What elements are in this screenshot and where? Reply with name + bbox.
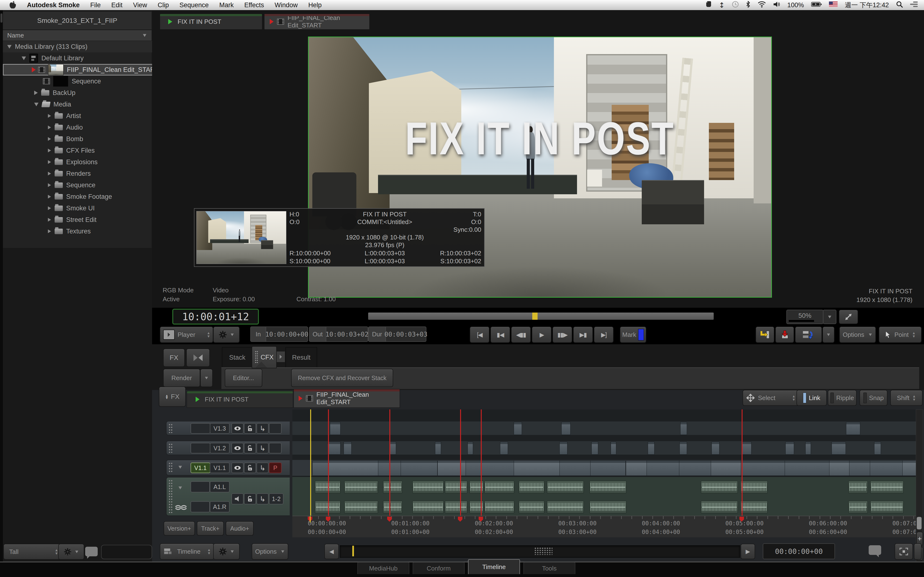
chevron-right-icon[interactable] [34,91,38,95]
zoom-dropdown-arrow[interactable] [823,309,837,324]
pointer-mode-dropdown[interactable]: Point ▲▼ [879,327,922,343]
menu-effects[interactable]: Effects [244,2,264,9]
audio-clip[interactable] [412,481,443,493]
video-clip[interactable] [401,460,438,476]
chevron-right-icon[interactable] [48,126,51,129]
video-clip[interactable] [805,442,811,455]
chevron-right-icon[interactable] [48,218,51,221]
video-clip[interactable] [846,422,860,435]
video-clip[interactable] [648,442,654,455]
wifi-icon[interactable] [758,1,766,9]
video-clip[interactable] [312,460,329,476]
link-toggle[interactable]: Link [796,390,827,406]
channel-label[interactable]: Video [213,287,229,294]
visibility-eye-icon[interactable] [231,463,244,473]
video-clip[interactable] [832,442,846,455]
sidebar-item-default-library[interactable]: Default Library [3,52,170,64]
stepper-arrows-icon[interactable]: ▲▼ [913,395,916,401]
track-name[interactable]: V1.2 [210,443,229,453]
mark-color-swatch[interactable] [638,329,644,340]
marker-flag-icon[interactable] [458,517,462,522]
track-grip[interactable] [168,423,173,433]
video-clip[interactable] [646,460,680,476]
audio-clip[interactable] [485,481,514,493]
video-clip[interactable] [514,460,560,476]
scrollbar-position-marker[interactable] [532,313,538,320]
player-options-dropdown[interactable]: Options [839,327,876,343]
routing-arrow-icon[interactable]: ↳ [257,463,268,473]
volume-icon[interactable] [773,1,780,9]
video-clip[interactable] [435,442,441,455]
audio-clip[interactable] [547,481,584,493]
transport-previous-edit-button[interactable]: ▮◀ [490,327,510,343]
tab-conform[interactable]: Conform [413,562,465,574]
chevron-right-icon[interactable] [48,206,51,210]
video-clip[interactable] [870,460,903,476]
input-language-flag-icon[interactable] [829,2,838,9]
routing-arrow-icon[interactable]: ↳ [257,493,268,504]
track-grip[interactable] [168,462,173,473]
viewer-tab-fix-it-in-post[interactable]: FIX IT IN POST [160,14,262,29]
sort-column-header[interactable]: Name [3,30,152,41]
audio-clip[interactable] [344,481,378,493]
audio-clip[interactable] [547,501,584,513]
tab-result[interactable]: Result [285,347,317,368]
video-clip[interactable] [679,460,712,476]
notification-center-icon[interactable] [910,1,918,9]
audio-clip[interactable] [519,501,544,513]
out-timecode-field[interactable]: 10:00:03+02 [326,327,368,342]
vscrollbar-thumb[interactable] [917,517,922,529]
stepper-arrows-icon[interactable]: ▲▼ [792,395,795,401]
track-name[interactable]: V1.1 [210,463,229,473]
chevron-down-icon[interactable] [22,56,26,60]
patch-box-v11[interactable]: V1.1 [191,463,210,473]
lock-icon[interactable] [244,463,256,473]
add-track-button[interactable]: Track+ [197,521,224,536]
track-name[interactable]: A1.R [210,501,229,513]
note-bubble-icon[interactable] [85,547,98,556]
exposure-label[interactable]: Exposure: 0.00 [213,295,255,303]
chevron-right-icon[interactable] [48,172,51,175]
video-clip[interactable] [874,442,881,455]
video-clip[interactable] [514,422,522,435]
video-clip[interactable] [465,460,482,476]
chevron-down-icon[interactable] [7,45,11,48]
sync-arrows-icon[interactable]: ↕ [719,1,725,10]
strip-grip-dots[interactable] [534,547,552,555]
extra-box[interactable] [269,443,281,453]
transport-go-to-end-button[interactable]: ▶] [594,327,614,343]
video-clip[interactable] [438,460,466,476]
timeline-tab-fiip-final[interactable]: FIIP_FINAL_Clean Edit_START [294,389,400,408]
playhead-handle[interactable] [310,516,311,522]
audio-clip[interactable] [485,501,514,513]
fx-tracks-toggle[interactable]: ▲▼ FX [159,387,186,407]
menu-edit[interactable]: Edit [111,2,123,9]
audio-clip[interactable] [740,501,768,513]
stepper-arrows-icon[interactable]: ▲▼ [207,332,210,337]
speaker-icon[interactable] [231,493,244,504]
overwrite-edit-button[interactable] [775,327,794,343]
edit-mode-dropdown-arrow[interactable] [822,327,835,343]
visibility-eye-icon[interactable] [231,423,244,434]
video-clip[interactable] [849,460,870,476]
patch-box-empty[interactable] [191,481,210,492]
video-clip[interactable] [785,442,794,455]
track-grip[interactable] [168,443,173,453]
player-gear-dropdown[interactable] [213,327,240,343]
fit-view-button[interactable] [839,309,858,324]
scroll-right-button[interactable]: ▶ [741,544,755,559]
audio-clip[interactable] [870,481,903,493]
video-clip[interactable] [561,422,570,435]
video-clip[interactable] [344,442,352,455]
add-audio-button[interactable]: Audio+ [226,521,254,536]
transport-step-back-button[interactable]: ◀▮▮ [511,327,531,343]
video-clip[interactable] [328,442,341,455]
tab-timeline[interactable]: Timeline [468,559,520,574]
audio-clip[interactable] [848,481,868,493]
video-clip[interactable] [712,442,719,455]
player-mode-dropdown[interactable]: Player ▲▼ [160,327,213,343]
timeline-view-dropdown[interactable]: Timeline ▲▼ [160,543,214,560]
audio-clip[interactable] [445,501,467,513]
dur-timecode-field[interactable]: 00:00:03+03 [386,327,426,342]
channel-badge[interactable]: 1-2 [269,493,283,504]
